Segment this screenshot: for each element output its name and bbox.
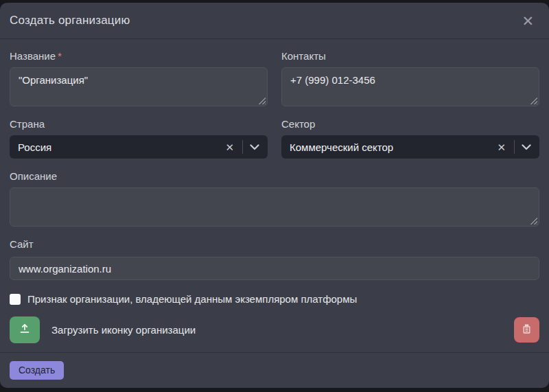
contacts-textarea-wrap: +7 (999) 012-3456 [281, 67, 539, 106]
dialog-footer: Создать [0, 352, 549, 388]
dialog-header: Создать организацию ✕ [0, 3, 549, 39]
create-button[interactable]: Создать [10, 361, 64, 380]
description-textarea-wrap [10, 187, 539, 227]
name-textarea-wrap: "Организация" [10, 67, 268, 106]
name-label: Название* [10, 50, 268, 62]
required-asterisk: * [58, 50, 62, 62]
sector-label: Сектор [281, 118, 539, 130]
field-sector: Сектор Коммерческий сектор ✕ [281, 118, 539, 159]
name-label-text: Название [10, 50, 56, 62]
combo-separator [514, 140, 515, 154]
clear-icon[interactable]: ✕ [494, 142, 509, 152]
owner-checkbox[interactable] [10, 294, 21, 305]
name-textarea[interactable]: "Организация" [10, 67, 268, 106]
upload-label: Загрузить иконку организации [51, 324, 514, 336]
field-site: Сайт [10, 238, 539, 280]
chevron-down-icon[interactable] [248, 144, 261, 150]
create-organization-dialog: Создать организацию ✕ Название* "Организ… [0, 3, 549, 388]
country-select[interactable]: Россия ✕ [10, 135, 268, 159]
owner-checkbox-label: Признак организации, владеющей данным эк… [27, 293, 357, 305]
delete-icon-button[interactable] [514, 317, 539, 343]
owner-checkbox-row[interactable]: Признак организации, владеющей данным эк… [10, 293, 539, 305]
chevron-down-icon[interactable] [520, 144, 533, 150]
site-input[interactable] [10, 257, 539, 280]
row-name-contacts: Название* "Организация" Контакты +7 (999… [10, 50, 539, 118]
field-description: Описание [10, 170, 539, 227]
description-textarea[interactable] [10, 187, 539, 227]
upload-icon [19, 323, 30, 336]
dialog-body: Название* "Организация" Контакты +7 (999… [0, 39, 549, 352]
description-label: Описание [10, 170, 539, 182]
row-country-sector: Страна Россия ✕ Сектор Коммерческий сект… [10, 118, 539, 170]
upload-icon-button[interactable] [10, 316, 40, 343]
sector-select-value: Коммерческий сектор [290, 141, 494, 153]
sector-select[interactable]: Коммерческий сектор ✕ [281, 135, 539, 159]
field-name: Название* "Организация" [10, 50, 268, 106]
country-label: Страна [10, 118, 268, 130]
field-country: Страна Россия ✕ [10, 118, 268, 159]
contacts-textarea[interactable]: +7 (999) 012-3456 [281, 67, 539, 106]
site-label: Сайт [10, 238, 539, 250]
dialog-title: Создать организацию [10, 14, 130, 27]
close-icon[interactable]: ✕ [517, 12, 538, 30]
clear-icon[interactable]: ✕ [222, 142, 237, 152]
country-select-value: Россия [18, 141, 222, 153]
combo-separator [242, 140, 243, 154]
trash-icon [522, 323, 532, 336]
field-contacts: Контакты +7 (999) 012-3456 [281, 50, 539, 106]
icon-upload-row: Загрузить иконку организации [10, 316, 539, 343]
contacts-label: Контакты [281, 50, 539, 62]
